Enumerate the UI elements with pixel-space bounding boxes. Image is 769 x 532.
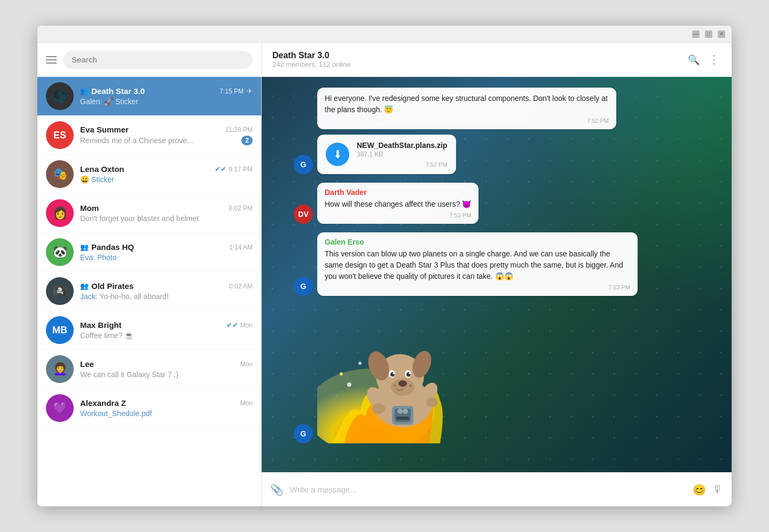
msg-row-3: DV Darth Vader How will these changes af…: [294, 183, 700, 224]
group-icon-pandas: 👥: [80, 243, 89, 251]
msg-row-2: G ⬇ NEW_DeathStar.plans.zip 387.1 KB 7:5…: [294, 135, 700, 174]
sent-check-max: ✔✔: [226, 321, 238, 329]
message-bubble-4: Galen Erso This version can blow up two …: [317, 232, 638, 296]
chat-area: Death Star 3.0 242 members, 112 online 🔍…: [262, 43, 732, 506]
avatar-lena: 🎭: [46, 160, 74, 188]
chat-info-lena: Lena Oxton ✔✔ 9:17 PM 😀 Sticker: [80, 165, 253, 184]
chat-time-alexandra: Mon: [240, 400, 253, 407]
chat-item-alexandra[interactable]: 💜 Alexandra Z Mon Workout_Shedule.pdf: [37, 389, 261, 428]
close-button[interactable]: ✕: [718, 30, 725, 38]
chat-item-pirates[interactable]: 🏴‍☠️ 👥 Old Pirates 0:02 AM Jack: Yo-ho-h…: [37, 272, 261, 311]
file-size: 387.1 KB: [357, 151, 448, 158]
chat-time-mom: 8:02 PM: [229, 205, 253, 212]
chat-info-pirates: 👥 Old Pirates 0:02 AM Jack: Yo-ho-ho, al…: [80, 281, 253, 301]
avatar-galen-1: G: [294, 155, 313, 174]
svg-point-8: [398, 380, 407, 387]
svg-point-26: [394, 385, 396, 387]
badge-eva: 2: [241, 136, 253, 145]
title-bar: — □ ✕: [37, 26, 732, 43]
chat-preview-max: Coffee time? ☕: [80, 331, 134, 340]
chat-info-eva-summer: Eva Summer 11:28 PM Reminds me of a Chin…: [80, 125, 253, 145]
chat-name-lena: Lena Oxton: [80, 165, 124, 174]
svg-point-3: [358, 362, 362, 365]
chat-info-lee: Lee Mon We can call it Galaxy Star 7 ;): [80, 359, 253, 379]
svg-point-1: [347, 382, 351, 387]
chat-item-eva-summer[interactable]: ES Eva Summer 11:28 PM Reminds me of a C…: [37, 116, 261, 155]
chat-preview-mom: Don't forget your blaster and helmet: [80, 214, 199, 223]
svg-point-20: [426, 397, 438, 407]
group-icon: 👥: [80, 87, 89, 95]
chat-time-death-star: 7:15 PM: [219, 88, 244, 95]
chat-item-lee[interactable]: 👩‍🦱 Lee Mon We can call it Galaxy Star 7…: [37, 350, 261, 389]
avatar-mom: 👩: [46, 199, 74, 227]
sent-check-lena: ✔✔: [215, 165, 226, 173]
pin-icon: ✈: [247, 87, 253, 95]
chat-name-eva-summer: Eva Summer: [80, 125, 129, 134]
file-bubble: ⬇ NEW_DeathStar.plans.zip 387.1 KB 7:52 …: [317, 135, 456, 174]
chat-item-death-star[interactable]: 🌑 👥 Death Star 3.0 7:15 PM ✈: [37, 77, 261, 116]
avatar-death-star: 🌑: [46, 82, 74, 110]
chat-time-max: Mon: [240, 322, 253, 329]
chat-header-info: Death Star 3.0 242 members, 112 online: [272, 51, 351, 68]
message-input[interactable]: [290, 485, 686, 494]
avatar-galen-2: G: [294, 277, 313, 296]
chat-item-pandas[interactable]: 🐼 👥 Pandas HQ 1:14 AM Eva: Photo: [37, 233, 261, 272]
chat-name-max: Max Bright: [80, 320, 122, 330]
chat-info-pandas: 👥 Pandas HQ 1:14 AM Eva: Photo: [80, 242, 253, 262]
message-time-1: 7:52 PM: [325, 118, 609, 124]
chat-name-death-star: 👥 Death Star 3.0: [80, 87, 145, 96]
chat-name-lee: Lee: [80, 359, 94, 369]
chat-header: Death Star 3.0 242 members, 112 online 🔍…: [262, 43, 732, 77]
svg-point-23: [397, 409, 403, 414]
chat-info-mom: Mom 8:02 PM Don't forget your blaster an…: [80, 204, 253, 223]
chat-list: 🌑 👥 Death Star 3.0 7:15 PM ✈: [37, 77, 261, 506]
message-time-4: 7:53 PM: [325, 284, 630, 291]
chat-title: Death Star 3.0: [272, 51, 351, 60]
chat-name-pandas: 👥 Pandas HQ: [80, 242, 134, 252]
chat-item-max[interactable]: MB Max Bright ✔✔ Mon Coffee time? ☕: [37, 311, 261, 350]
minimize-button[interactable]: —: [692, 30, 700, 38]
search-icon[interactable]: 🔍: [688, 54, 700, 66]
message-bubble-1: Hi everyone. I've redesigned some key st…: [317, 88, 616, 129]
more-options-icon[interactable]: ⋮: [708, 53, 721, 67]
chat-time-pandas: 1:14 AM: [229, 244, 253, 251]
chat-preview-pandas: Eva: Photo: [80, 253, 117, 262]
chat-preview-pirates: Jack: Yo-ho-ho, all aboard!: [80, 292, 169, 301]
chat-preview-lena: 😀 Sticker: [80, 175, 114, 184]
search-wrap[interactable]: [63, 51, 253, 69]
msg-row-4: G Galen Erso This version can blow up tw…: [294, 232, 700, 296]
message-bubble-3: Darth Vader How will these changes affec…: [317, 183, 478, 224]
svg-point-14: [409, 373, 411, 374]
search-input[interactable]: [72, 55, 244, 64]
avatar-eva-summer: ES: [46, 121, 74, 149]
microphone-icon[interactable]: 🎙: [712, 483, 723, 496]
attachment-icon[interactable]: 📎: [270, 483, 284, 496]
avatar-pandas: 🐼: [46, 238, 74, 266]
chat-info-death-star: 👥 Death Star 3.0 7:15 PM ✈ Galen: 🚀 Stic…: [80, 87, 253, 106]
download-icon[interactable]: ⬇: [326, 143, 349, 166]
group-icon-pirates: 👥: [80, 282, 89, 290]
chat-preview-death-star: Galen: 🚀 Sticker: [80, 97, 138, 106]
maximize-button[interactable]: □: [705, 30, 712, 38]
avatar-darth: DV: [294, 205, 313, 224]
chat-info-max: Max Bright ✔✔ Mon Coffee time? ☕: [80, 320, 253, 340]
avatar-alexandra: 💜: [46, 394, 74, 422]
chat-name-pirates: 👥 Old Pirates: [80, 281, 134, 291]
file-name: NEW_DeathStar.plans.zip: [357, 141, 448, 150]
message-time-3: 7:53 PM: [325, 212, 471, 218]
chat-time-lee: Mon: [240, 361, 253, 368]
avatar-pirates: 🏴‍☠️: [46, 277, 74, 305]
chat-item-mom[interactable]: 👩 Mom 8:02 PM Don't forget your blaster …: [37, 194, 261, 233]
chat-item-lena[interactable]: 🎭 Lena Oxton ✔✔ 9:17 PM 😀 Sticker: [37, 155, 261, 194]
message-text-4: This version can blow up two planets on …: [325, 248, 630, 282]
svg-point-18: [372, 403, 385, 414]
sender-galen-erso: Galen Erso: [325, 238, 630, 246]
chat-info-alexandra: Alexandra Z Mon Workout_Shedule.pdf: [80, 398, 253, 418]
menu-button[interactable]: [46, 56, 57, 64]
file-info: NEW_DeathStar.plans.zip 387.1 KB 7:52 PM: [357, 141, 448, 168]
chat-time-eva: 11:28 PM: [225, 126, 253, 134]
emoji-icon[interactable]: 😊: [693, 483, 706, 496]
message-text-3: How will these changes affect the users?…: [325, 199, 471, 210]
svg-point-13: [393, 373, 395, 374]
avatar-galen-3: G: [294, 424, 313, 443]
